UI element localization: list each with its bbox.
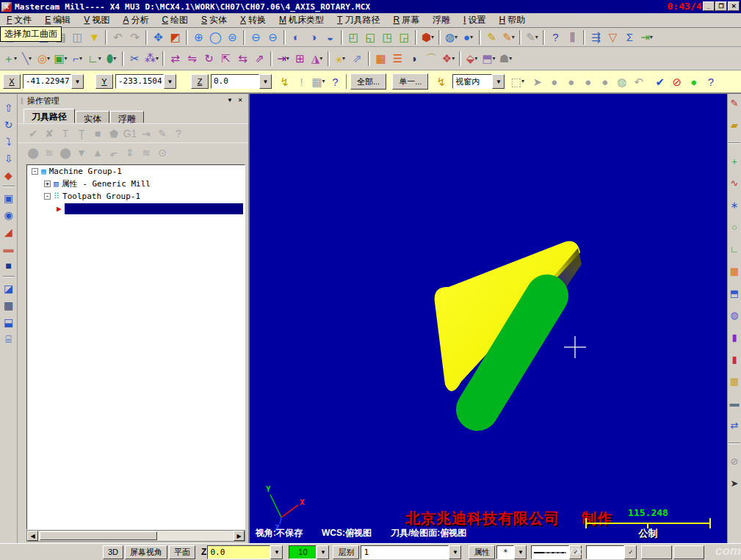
xform-translate-icon[interactable]: ⇄ bbox=[167, 50, 184, 67]
tree-insert-marker[interactable]: ▶ bbox=[27, 203, 245, 215]
ops-help-icon[interactable]: ? bbox=[170, 126, 187, 141]
create-arc-icon-dropdown[interactable]: ▾ bbox=[47, 56, 50, 62]
selection-window-icon[interactable]: ⬚▾ bbox=[509, 73, 526, 90]
line-width-value[interactable] bbox=[586, 545, 624, 559]
tree-machine-group-expand-icon[interactable]: - bbox=[32, 168, 38, 175]
apply-icon[interactable]: ! bbox=[293, 73, 310, 90]
select-last-icon[interactable]: ↶ bbox=[630, 73, 647, 90]
ops-g1-post-icon[interactable]: G1 bbox=[122, 126, 138, 141]
selection-window-icon-dropdown[interactable]: ▾ bbox=[521, 79, 524, 84]
restore-button[interactable]: ❐ bbox=[715, 1, 727, 11]
attr-grid-icon[interactable]: ▦ bbox=[729, 265, 741, 277]
scroll-thumb[interactable] bbox=[40, 531, 157, 540]
create-cylinder-icon[interactable]: ⬮▾ bbox=[103, 50, 120, 67]
attr-spline-icon[interactable]: ∿ bbox=[729, 177, 741, 189]
select-group-icon[interactable]: ● bbox=[563, 73, 579, 90]
x-coord-value[interactable]: -41.22947 bbox=[23, 74, 71, 89]
menu-xform[interactable]: X转换 bbox=[234, 12, 272, 28]
ops-select-all-icon[interactable]: ✔ bbox=[25, 126, 41, 141]
select-single-button[interactable]: 单一... bbox=[392, 73, 428, 90]
surface-half-icon[interactable]: ◗ bbox=[406, 50, 423, 67]
attr-palette-icon[interactable]: ▦ bbox=[729, 375, 741, 388]
ops-lock-icon[interactable]: ⬤ bbox=[25, 145, 41, 160]
view-front-icon[interactable]: ◱ bbox=[362, 29, 379, 46]
y-coord-dropdown[interactable]: ▼ bbox=[164, 74, 176, 89]
menu-edit[interactable]: E编辑 bbox=[38, 12, 77, 28]
tree-horizontal-scrollbar[interactable]: ◀ ▶ bbox=[26, 530, 245, 542]
solid-find-icon[interactable]: ⌸ bbox=[1, 331, 16, 346]
menu-art[interactable]: 浮雕 bbox=[426, 12, 457, 28]
ops-regen-dirty-icon[interactable]: Ţ bbox=[73, 126, 90, 141]
solid-revolve-icon[interactable]: ↻ bbox=[1, 117, 16, 132]
select-all-button[interactable]: 全部... bbox=[350, 73, 386, 90]
menu-file[interactable]: F文件 bbox=[0, 12, 38, 28]
multi-pencil-icon-dropdown[interactable]: ▾ bbox=[512, 34, 515, 40]
view-iso-icon[interactable]: ◲ bbox=[396, 29, 413, 46]
menu-create[interactable]: C绘图 bbox=[155, 12, 195, 28]
panel-close-icon[interactable]: ✕ bbox=[235, 96, 245, 106]
create-arc-icon[interactable]: ◎▾ bbox=[35, 50, 52, 67]
ops-trim-icon[interactable]: ≋ bbox=[138, 145, 154, 160]
y-coord-combo[interactable]: -233.1504 ▼ bbox=[115, 74, 176, 89]
menu-machine-type[interactable]: M机床类型 bbox=[272, 12, 330, 28]
break-icon-dropdown[interactable]: ▾ bbox=[156, 56, 159, 62]
ops-edit-icon[interactable]: ✎ bbox=[154, 126, 170, 141]
solid-boolean-icon[interactable]: ◉ bbox=[1, 207, 16, 222]
delete-icon[interactable]: ▼ bbox=[86, 29, 103, 46]
operations-tree[interactable]: -▦Machine Group-1+▥属性 - Generic Mill-⠿To… bbox=[26, 164, 245, 530]
autocursor-help-icon[interactable]: ? bbox=[327, 73, 344, 90]
level-button[interactable]: 层别 bbox=[333, 545, 359, 559]
create-polyline-icon[interactable]: ∟▾ bbox=[86, 50, 103, 67]
3d-mode-button[interactable]: 3D bbox=[103, 545, 123, 559]
create-point-icon[interactable]: ＋▾ bbox=[1, 50, 18, 67]
tree-toolpath-group[interactable]: -⠿Toolpath Group-1 bbox=[27, 190, 245, 203]
tree-toolpath-group-expand-icon[interactable]: - bbox=[44, 193, 51, 200]
line-width-dropdown[interactable]: ✓ bbox=[624, 545, 637, 559]
solid-loft-icon[interactable]: ⇩ bbox=[1, 150, 16, 166]
line-style-dropdown[interactable]: ✓ bbox=[569, 545, 582, 559]
attr-color-icon[interactable]: ▮ bbox=[729, 331, 741, 343]
z-coord-dropdown[interactable]: ▼ bbox=[259, 74, 272, 89]
autocursor-face-icon-dropdown[interactable]: ▾ bbox=[322, 79, 325, 84]
ops-move-up-icon[interactable]: ▲ bbox=[90, 145, 106, 160]
solid-draft-icon[interactable]: ◪ bbox=[1, 280, 16, 296]
point-style-combo[interactable]: * ▼ bbox=[496, 545, 527, 559]
saved-view-1-icon[interactable]: ◑ bbox=[305, 29, 322, 46]
light-icon[interactable]: ⚹▾ bbox=[332, 50, 349, 67]
fit-entities-icon-dropdown[interactable]: ▾ bbox=[286, 56, 289, 62]
view-side-icon[interactable]: ◳ bbox=[379, 29, 396, 46]
filter-icon[interactable]: ▽ bbox=[604, 29, 621, 46]
zoom-selected-icon[interactable]: ⊜ bbox=[224, 29, 241, 46]
solid-fillet-icon[interactable]: ◆ bbox=[1, 167, 16, 183]
line-width-combo[interactable]: ✓ bbox=[586, 545, 637, 559]
scale-triangle-icon[interactable]: ◮▾ bbox=[308, 50, 325, 67]
attr-point-icon[interactable]: ＋ bbox=[729, 155, 741, 167]
shaded-sphere-icon-dropdown[interactable]: ▾ bbox=[470, 34, 473, 40]
select-mask-icon[interactable]: ● bbox=[579, 73, 596, 90]
ops-verify-icon[interactable]: ⬟ bbox=[106, 126, 122, 141]
break-icon[interactable]: ⁂▾ bbox=[143, 50, 160, 67]
graphics-viewport[interactable]: Y X Z 视角:不保存WCS:俯视图刀具/绘图面:俯视图 北京兆迪科技有限公司… bbox=[250, 94, 727, 543]
attr-swap-icon[interactable]: ⇄ bbox=[729, 419, 741, 432]
tab-toolpaths[interactable]: 刀具路径 bbox=[24, 109, 75, 123]
ops-insert-arrow-icon[interactable]: ⬐ bbox=[106, 145, 122, 160]
grid-window-icon[interactable]: ▦ bbox=[372, 50, 389, 67]
y-coord-button[interactable]: Y bbox=[95, 74, 113, 89]
menu-screen[interactable]: R屏幕 bbox=[386, 12, 426, 28]
level-combo[interactable]: 1 ▼ bbox=[361, 545, 461, 559]
ops-highfeed-icon[interactable]: ⇥ bbox=[138, 126, 154, 141]
create-fillet-icon[interactable]: ⌐▾ bbox=[69, 50, 86, 67]
ops-regen-selected-icon[interactable]: T bbox=[57, 126, 73, 141]
scroll-left-icon[interactable]: ◀ bbox=[27, 531, 38, 541]
zoom-window-icon[interactable]: ◯ bbox=[207, 29, 224, 46]
select-arrow-icon[interactable]: ➤ bbox=[529, 73, 546, 90]
tab-art[interactable]: 浮雕 bbox=[110, 111, 144, 123]
xform-rotate-icon[interactable]: ↻ bbox=[200, 50, 217, 67]
dynamic-rotate-icon[interactable]: ◩ bbox=[167, 29, 184, 46]
scroll-right-icon[interactable]: ▶ bbox=[234, 531, 245, 541]
level-dropdown[interactable]: ▼ bbox=[449, 545, 461, 559]
close-button[interactable]: ✕ bbox=[728, 1, 740, 11]
menu-settings[interactable]: I设置 bbox=[457, 12, 492, 28]
fastpoint-icon[interactable]: ↯ bbox=[276, 73, 293, 90]
solid-primitive-icon[interactable]: ▦ bbox=[1, 297, 16, 313]
